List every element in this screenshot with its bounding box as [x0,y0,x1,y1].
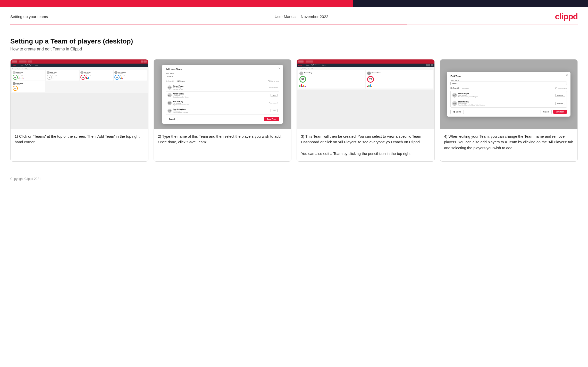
player-info: Blair McHarg Plus Handicap Royal North D… [458,101,554,106]
card-3: clippd Home My Performance Teams Viewing… [297,59,435,162]
list-item: AC Adrian Coliba 1.5 Handicap Central Lo… [166,92,279,99]
modal2-footer: Cancel Save Team [166,117,279,121]
avatar: AP [167,85,172,90]
page-title: Setting up a Team of players (desktop) [10,37,578,45]
modal4-tab-my-team[interactable]: My Team (2) [450,87,459,89]
modal4-footer: 🗑 Delete Cancel Save Team [450,110,567,114]
footer: Copyright Clippd 2021 [0,172,588,186]
player-added-label: Player Added [269,87,278,88]
card-4: Edit Team ✕ Team Name * Team A My Team (… [440,59,578,162]
header-section-label: Setting up your teams [10,14,48,19]
list-item: DB Dave Billingham 5.8 Handicap The Dog … [166,107,279,115]
player-info: Adrian Coliba 1.5 Handicap Central Londo… [173,93,270,98]
modal4-filter: Filter by name [555,88,567,89]
modal4-team-name-input[interactable]: Team A [450,82,567,85]
list-item: AP Adrian Player Plus Handicap The Shire… [451,91,567,99]
remove-player-button[interactable]: Remove [555,102,565,105]
add-player-button[interactable]: Add [271,109,278,112]
modal4-team-name-label: Team Name * [450,80,567,81]
player-info: Adrian Player Plus Handicap The Shire Lo… [458,93,554,98]
modal4-tabs: My Team (2) All Players Filter by name [450,87,567,89]
modal4-title: Edit Team [450,75,567,77]
main-content: Setting up a Team of players (desktop) H… [0,32,588,172]
modal2-player-list: AP Adrian Player Plus Handicap The Shire… [166,84,279,115]
modal2-tab-my-team[interactable]: My Team (2) [166,80,174,82]
card-2: Add New Team ✕ Team Name * Team A My Tea… [154,59,292,162]
avatar: BM [167,101,172,105]
copyright: Copyright Clippd 2021 [10,177,41,181]
modal4-save-button[interactable]: Save Team [553,110,567,114]
header-divider [10,24,578,24]
modal4-cancel-button[interactable]: Cancel [541,110,552,114]
header: Setting up your teams User Manual – Nove… [0,7,588,24]
avatar: AC [167,93,172,97]
modal2-save-button[interactable]: Save Team [264,117,279,121]
avatar: BM [452,101,457,106]
player-added-label: Player Added [269,102,278,104]
card-4-text: 4) When editing your Team, you can chang… [440,129,578,161]
modal4-player-list: AP Adrian Player Plus Handicap The Shire… [450,91,567,108]
list-item: BM Blair McHarg Plus Handicap Royal Nort… [166,99,279,107]
player-info: Adrian Player Plus Handicap The Shire Lo… [173,85,268,90]
modal4-close-icon[interactable]: ✕ [566,74,568,77]
list-item: AP Adrian Player Plus Handicap The Shire… [166,84,279,92]
header-manual-title: User Manual – November 2022 [275,14,328,19]
card-1: clippd Home My All Players Teams Viewing… [10,59,148,162]
top-bar [0,0,588,7]
logo: clippd [555,12,578,21]
list-item: BM Blair McHarg Plus Handicap Royal Nort… [451,99,567,107]
modal2-filter: Filter by name [268,80,279,82]
modal2-close-icon[interactable]: ✕ [278,67,280,70]
screenshot-2: Add New Team ✕ Team Name * Team A My Tea… [154,59,291,129]
screenshot-3: clippd Home My Performance Teams Viewing… [297,59,434,129]
avatar: AP [452,93,457,98]
modal4-delete-button[interactable]: 🗑 Delete [450,110,464,114]
modal2-cancel-button[interactable]: Cancel [166,117,178,121]
screenshot-4: Edit Team ✕ Team Name * Team A My Team (… [440,59,578,129]
card-2-text: 2) Type the name of this Team and then s… [154,129,291,161]
card-3-text: 3) This Team will then be created. You c… [297,129,434,161]
remove-player-button[interactable]: Remove [555,94,565,97]
modal2-tabs: My Team (2) All Players Filter by name [166,80,279,82]
player-info: Dave Billingham 5.8 Handicap The Dog Map… [173,108,270,113]
add-player-button[interactable]: Add [271,94,278,97]
player-info: Blair McHarg Plus Handicap Royal North D… [173,101,268,106]
page-subtitle: How to create and edit Teams in Clippd [10,47,578,51]
card-1-text: 1) Click on 'Teams' at the top of the sc… [11,129,148,161]
modal2-team-name-input[interactable]: Team A [166,75,279,78]
modal2-team-name-label: Team Name * [166,73,279,74]
modal2-title: Add New Team [166,68,279,71]
cards-row: clippd Home My All Players Teams Viewing… [10,59,578,162]
avatar: DB [167,109,172,113]
modal4-tab-all-players[interactable]: All Players [462,88,469,89]
screenshot-1: clippd Home My All Players Teams Viewing… [11,59,148,129]
modal2-tab-all-players[interactable]: All Players [177,80,185,82]
